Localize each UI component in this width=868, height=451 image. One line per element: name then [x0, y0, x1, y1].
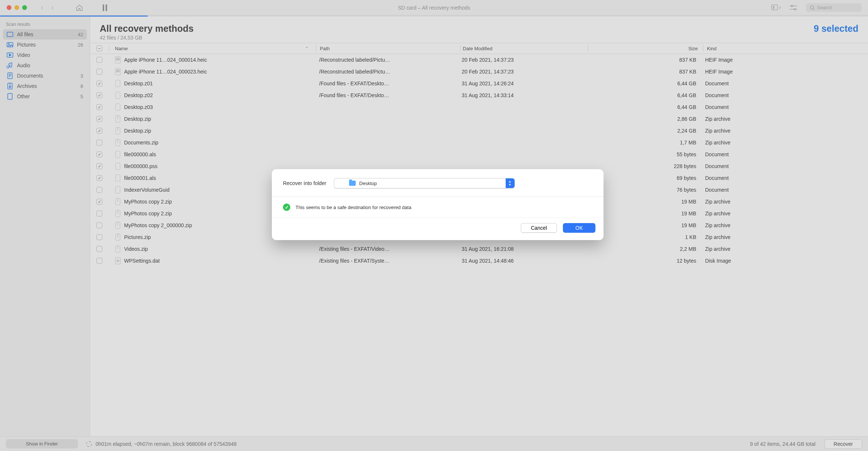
cancel-button[interactable]: Cancel: [521, 223, 557, 233]
destination-value: Desktop: [359, 181, 377, 186]
destination-select[interactable]: Desktop ▲▼: [334, 178, 515, 188]
checkmark-circle-icon: ✓: [283, 204, 290, 211]
folder-icon: [349, 181, 356, 186]
dropdown-stepper-icon[interactable]: ▲▼: [506, 178, 515, 188]
recover-destination-dialog: Recover into folder Desktop ▲▼ ✓ This se…: [272, 169, 604, 240]
safe-destination-message: This seems to be a safe destination for …: [295, 205, 411, 210]
destination-label: Recover into folder: [283, 180, 327, 186]
ok-button[interactable]: OK: [563, 223, 595, 233]
